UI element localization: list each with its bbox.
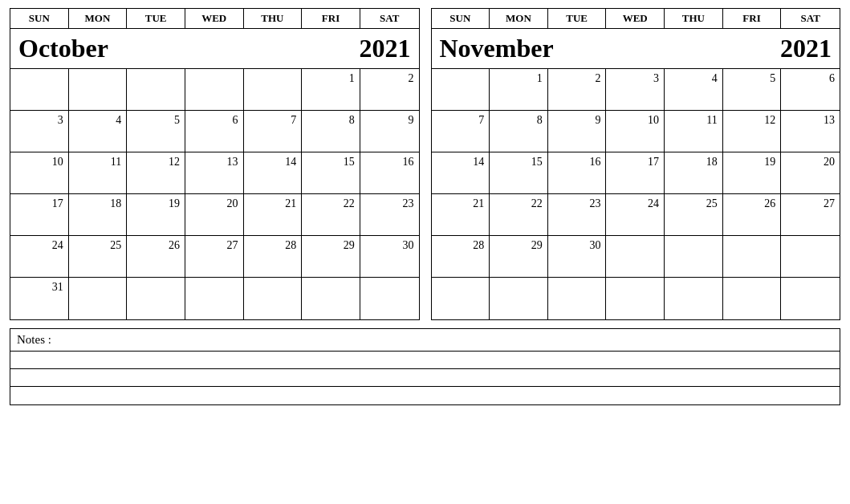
oct-thu: THU bbox=[244, 9, 303, 28]
cal-cell bbox=[665, 278, 723, 319]
cal-cell: 22 bbox=[302, 194, 360, 236]
cal-cell: 5 bbox=[127, 111, 185, 152]
cal-cell: 16 bbox=[360, 152, 419, 194]
nov-thu: THU bbox=[665, 9, 723, 28]
cal-cell: 20 bbox=[781, 152, 840, 194]
november-calendar: SUN MON TUE WED THU FRI SAT November 202… bbox=[431, 8, 841, 320]
cal-cell bbox=[606, 236, 665, 278]
cal-cell: 12 bbox=[723, 111, 782, 152]
cal-cell: 9 bbox=[548, 111, 607, 152]
cal-cell bbox=[302, 278, 360, 319]
cal-cell bbox=[127, 69, 185, 111]
cal-cell: 23 bbox=[360, 194, 419, 236]
october-day-headers: SUN MON TUE WED THU FRI SAT bbox=[10, 9, 419, 29]
cal-cell: 23 bbox=[548, 194, 607, 236]
november-year: 2021 bbox=[780, 34, 832, 63]
cal-cell: 26 bbox=[127, 236, 185, 278]
cal-cell bbox=[244, 278, 303, 319]
cal-cell: 2 bbox=[360, 69, 419, 111]
november-month-name: November bbox=[440, 34, 554, 63]
oct-mon: MON bbox=[69, 9, 128, 28]
cal-cell: 7 bbox=[432, 111, 490, 152]
cal-cell: 29 bbox=[302, 236, 360, 278]
cal-cell: 1 bbox=[302, 69, 360, 111]
oct-sun: SUN bbox=[10, 9, 69, 28]
cal-cell: 4 bbox=[665, 69, 723, 111]
cal-cell: 13 bbox=[781, 111, 840, 152]
oct-wed: WED bbox=[185, 9, 244, 28]
cal-cell: 8 bbox=[302, 111, 360, 152]
cal-cell bbox=[665, 236, 723, 278]
cal-cell bbox=[185, 69, 244, 111]
cal-cell: 17 bbox=[606, 152, 665, 194]
cal-cell: 3 bbox=[606, 69, 665, 111]
cal-cell: 16 bbox=[548, 152, 607, 194]
cal-cell bbox=[548, 278, 607, 319]
cal-cell: 11 bbox=[69, 152, 128, 194]
nov-wed: WED bbox=[606, 9, 665, 28]
cal-cell: 30 bbox=[360, 236, 419, 278]
cal-cell: 4 bbox=[69, 111, 128, 152]
cal-cell bbox=[69, 69, 128, 111]
oct-tue: TUE bbox=[127, 9, 185, 28]
cal-cell: 19 bbox=[127, 194, 185, 236]
notes-section: Notes : bbox=[10, 328, 840, 405]
cal-cell bbox=[432, 278, 490, 319]
cal-cell bbox=[69, 278, 128, 319]
cal-cell: 31 bbox=[10, 278, 69, 319]
nov-mon: MON bbox=[490, 9, 548, 28]
cal-cell: 2 bbox=[548, 69, 607, 111]
cal-cell bbox=[723, 236, 782, 278]
nov-sun: SUN bbox=[432, 9, 490, 28]
cal-cell: 5 bbox=[723, 69, 782, 111]
cal-cell: 19 bbox=[723, 152, 782, 194]
nov-fri: FRI bbox=[723, 9, 782, 28]
cal-cell: 14 bbox=[432, 152, 490, 194]
notes-label: Notes : bbox=[10, 329, 840, 352]
nov-sat: SAT bbox=[781, 9, 840, 28]
cal-cell: 13 bbox=[185, 152, 244, 194]
cal-cell bbox=[360, 278, 419, 319]
cal-cell: 30 bbox=[548, 236, 607, 278]
cal-cell: 17 bbox=[10, 194, 69, 236]
cal-cell: 22 bbox=[490, 194, 548, 236]
november-month-row: November 2021 bbox=[432, 29, 840, 69]
notes-line-2 bbox=[10, 369, 840, 387]
cal-cell bbox=[127, 278, 185, 319]
cal-cell bbox=[490, 278, 548, 319]
november-day-headers: SUN MON TUE WED THU FRI SAT bbox=[432, 9, 840, 29]
cal-cell: 18 bbox=[69, 194, 128, 236]
cal-cell bbox=[185, 278, 244, 319]
cal-cell: 11 bbox=[665, 111, 723, 152]
cal-cell bbox=[432, 69, 490, 111]
cal-cell bbox=[781, 278, 840, 319]
cal-cell: 10 bbox=[606, 111, 665, 152]
cal-cell bbox=[723, 278, 782, 319]
nov-tue: TUE bbox=[548, 9, 607, 28]
cal-cell: 24 bbox=[10, 236, 69, 278]
cal-cell bbox=[244, 69, 303, 111]
cal-cell: 15 bbox=[302, 152, 360, 194]
cal-cell: 25 bbox=[69, 236, 128, 278]
cal-cell: 21 bbox=[244, 194, 303, 236]
oct-fri: FRI bbox=[302, 9, 360, 28]
october-month-row: October 2021 bbox=[10, 29, 419, 69]
cal-cell: 8 bbox=[490, 111, 548, 152]
cal-cell: 28 bbox=[432, 236, 490, 278]
cal-cell: 7 bbox=[244, 111, 303, 152]
cal-cell: 14 bbox=[244, 152, 303, 194]
october-month-name: October bbox=[18, 34, 108, 63]
cal-cell: 15 bbox=[490, 152, 548, 194]
oct-sat: SAT bbox=[360, 9, 419, 28]
cal-cell: 1 bbox=[490, 69, 548, 111]
cal-cell: 6 bbox=[781, 69, 840, 111]
cal-cell bbox=[606, 278, 665, 319]
cal-cell bbox=[781, 236, 840, 278]
cal-cell bbox=[10, 69, 69, 111]
cal-cell: 27 bbox=[781, 194, 840, 236]
october-calendar: SUN MON TUE WED THU FRI SAT October 2021… bbox=[10, 8, 420, 320]
cal-cell: 3 bbox=[10, 111, 69, 152]
cal-cell: 10 bbox=[10, 152, 69, 194]
october-grid: 1234567891011121314151617181920212223242… bbox=[10, 69, 419, 319]
cal-cell: 9 bbox=[360, 111, 419, 152]
